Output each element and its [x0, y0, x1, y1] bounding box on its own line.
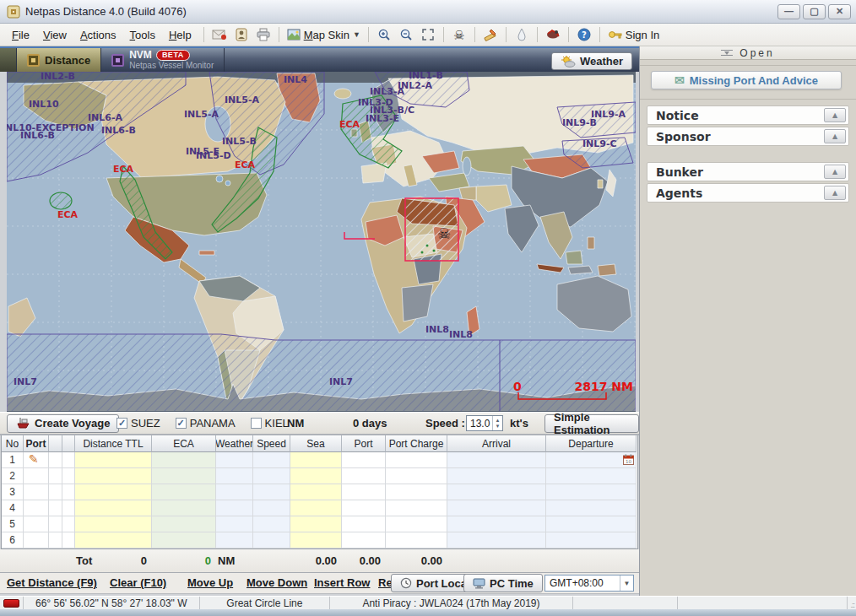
row-number[interactable]: 3	[2, 484, 24, 500]
minimize-button[interactable]: —	[777, 4, 800, 19]
cell[interactable]	[386, 452, 447, 468]
create-voyage-button[interactable]: Create Voyage	[7, 414, 119, 433]
cell[interactable]	[386, 532, 447, 548]
panel-collapse-button[interactable]: ▲	[824, 108, 846, 122]
column-header-blank[interactable]	[62, 435, 75, 452]
cell[interactable]	[49, 484, 62, 500]
speed-input[interactable]: 13.0 ▲▼	[466, 415, 503, 431]
canal-checkbox-suez[interactable]: ✓SUEZ	[116, 417, 160, 430]
sidebar-open-header[interactable]: Open	[640, 46, 856, 60]
table-row[interactable]: 6	[2, 532, 637, 548]
cell[interactable]	[62, 516, 75, 532]
cell[interactable]	[546, 500, 637, 516]
cell[interactable]	[253, 532, 290, 548]
weather-button[interactable]: Weather	[551, 52, 632, 70]
panel-collapse-button[interactable]: ▲	[824, 165, 846, 179]
tab-nvm[interactable]: NVM BETA Netpas Vessel Monitor	[101, 48, 225, 72]
cell[interactable]	[447, 532, 546, 548]
table-row[interactable]: 2	[2, 468, 637, 484]
row-number[interactable]: 1	[2, 452, 24, 468]
cell[interactable]	[290, 468, 342, 484]
panel-collapse-button[interactable]: ▲	[824, 129, 846, 143]
cell[interactable]	[75, 484, 152, 500]
cell[interactable]	[290, 532, 342, 548]
missing-port-button[interactable]: ✉ Missing Port And Advice	[651, 71, 842, 89]
cell[interactable]	[253, 500, 290, 516]
cell[interactable]	[386, 484, 447, 500]
cell[interactable]	[253, 484, 290, 500]
panel-sponsor[interactable]: Sponsor▲	[647, 127, 849, 146]
world-map[interactable]: ☠ INL2-BINL4INL10INL5-AINL5-AINL6-AINL6-…	[7, 72, 636, 412]
cell[interactable]	[75, 516, 152, 532]
column-header-sea[interactable]: Sea	[290, 435, 342, 452]
map-skin-dropdown[interactable]: Map Skin ▼	[284, 29, 363, 41]
cell[interactable]	[152, 532, 216, 548]
cell[interactable]	[546, 516, 637, 532]
cell[interactable]	[290, 484, 342, 500]
cell[interactable]	[342, 516, 386, 532]
resize-grip[interactable]: .::	[848, 597, 856, 609]
help-icon[interactable]: ?	[574, 25, 594, 44]
canal-checkbox-panama[interactable]: ✓PANAMA	[176, 417, 236, 430]
contacts-icon[interactable]	[231, 25, 252, 44]
menu-file[interactable]: File	[5, 26, 36, 44]
table-row[interactable]: 5	[2, 516, 637, 532]
cell[interactable]	[152, 484, 216, 500]
cell[interactable]	[342, 500, 386, 516]
cell[interactable]	[24, 516, 49, 532]
pc-time-button[interactable]: PC Time	[463, 574, 543, 592]
cell[interactable]	[253, 452, 290, 468]
cell[interactable]	[447, 516, 546, 532]
menu-actions[interactable]: Actions	[73, 26, 123, 44]
column-header-departure[interactable]: Departure	[546, 435, 637, 452]
cell[interactable]	[24, 484, 49, 500]
maximize-button[interactable]: ▢	[803, 4, 826, 19]
mail-icon[interactable]	[209, 25, 230, 44]
cell[interactable]	[386, 468, 447, 484]
cell[interactable]	[546, 484, 637, 500]
link-clear-f10[interactable]: Clear (F10)	[110, 576, 166, 589]
cell[interactable]	[62, 532, 75, 548]
cell[interactable]	[49, 532, 62, 548]
column-header-port[interactable]: Port	[24, 435, 49, 452]
cell[interactable]	[49, 516, 62, 532]
cell[interactable]	[290, 500, 342, 516]
speed-stepper[interactable]: ▲▼	[492, 416, 502, 430]
storm-icon[interactable]	[543, 25, 563, 44]
cell[interactable]	[447, 452, 546, 468]
route-edit-icon[interactable]	[480, 25, 501, 44]
piracy-icon[interactable]: ☠	[449, 25, 469, 44]
drop-icon[interactable]	[512, 25, 532, 44]
row-number[interactable]: 2	[2, 468, 24, 484]
cell[interactable]	[253, 516, 290, 532]
cell[interactable]	[152, 452, 216, 468]
cell[interactable]	[342, 484, 386, 500]
row-number[interactable]: 6	[2, 532, 24, 548]
column-header-arrival[interactable]: Arrival	[447, 435, 546, 452]
canal-checkbox-kiel[interactable]: KIEL	[251, 417, 289, 430]
menu-view[interactable]: View	[36, 26, 73, 44]
cell[interactable]	[216, 468, 253, 484]
column-header-blank[interactable]	[49, 435, 62, 452]
cell[interactable]	[49, 468, 62, 484]
cell[interactable]	[152, 516, 216, 532]
cell[interactable]	[75, 468, 152, 484]
panel-notice[interactable]: Notice▲	[647, 105, 849, 125]
cell[interactable]	[290, 452, 342, 468]
calendar-icon[interactable]: 10	[623, 454, 634, 467]
link-move-down[interactable]: Move Down	[247, 576, 307, 589]
zoom-in-icon[interactable]	[374, 25, 394, 44]
cell[interactable]	[49, 452, 62, 468]
zoom-out-icon[interactable]	[396, 25, 416, 44]
menu-help[interactable]: Help	[162, 26, 198, 44]
cell[interactable]	[62, 484, 75, 500]
cell[interactable]	[546, 468, 637, 484]
cell[interactable]	[546, 532, 637, 548]
panel-agents[interactable]: Agents▲	[647, 183, 849, 203]
link-get-distance-f9[interactable]: Get Distance (F9)	[7, 576, 97, 589]
link-insert-row[interactable]: Insert Row	[314, 576, 370, 589]
cell[interactable]	[62, 500, 75, 516]
timezone-select[interactable]: GMT+08:00 ▼	[544, 575, 634, 592]
cell[interactable]	[62, 468, 75, 484]
tab-distance[interactable]: Distance	[17, 48, 101, 72]
